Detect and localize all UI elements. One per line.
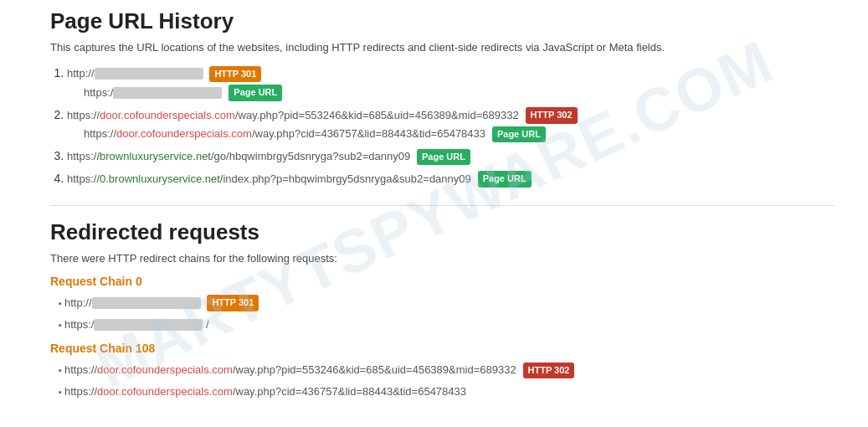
request-chain-0-list: http:// HTTP 301 https:/ /: [50, 293, 835, 334]
chain-108-prefix-1: https://: [64, 363, 97, 376]
chain-108-entry-1: https://door.cofounderspecials.com/way.p…: [59, 360, 835, 379]
url-sub-blurred-1: [113, 87, 222, 99]
chain-0-suffix-2: /: [203, 318, 208, 331]
url-domain-4[interactable]: 0.brownluxuryservice.net: [100, 172, 220, 185]
redirected-requests-desc: There were HTTP redirect chains for the …: [50, 252, 835, 265]
chain-108-badge-1: HTTP 302: [523, 363, 575, 379]
request-chain-108-title: Request Chain 108: [50, 342, 835, 355]
chain-0-blurred-1: [92, 297, 201, 309]
url-domain-3[interactable]: brownluxuryservice.net: [100, 150, 211, 162]
chain-108-path-2: /way.php?cid=436757&lid=88443&tid=654784…: [233, 385, 466, 398]
request-chain-0-title: Request Chain 0: [50, 275, 835, 288]
url-prefix-4: https://: [67, 172, 100, 185]
url-prefix-2: https://: [67, 109, 100, 121]
section-divider: [50, 205, 835, 206]
url-sub-1: https:/ Page URL: [67, 83, 835, 102]
url-sub-entry-2: https://door.cofounderspecials.com/way.p…: [84, 124, 835, 143]
url-sub-path-2: /way.php?cid=436757&lid=88443&tid=654784…: [252, 127, 485, 140]
chain-0-badge-1: HTTP 301: [207, 295, 259, 311]
url-sub-domain-2[interactable]: door.cofounderspecials.com: [116, 127, 252, 140]
url-path-3: /go/hbqwimbrgy5dsnryga?sub2=danny09: [211, 150, 410, 162]
chain-0-blurred-2: [94, 319, 203, 331]
badge-301-1: HTTP 301: [209, 66, 261, 83]
chain-0-prefix-1: http://: [64, 296, 92, 309]
url-sub-prefix-2: https://: [84, 127, 116, 140]
badge-pageurl-2: Page URL: [492, 126, 546, 143]
chain-108-domain-2[interactable]: door.cofounderspecials.com: [97, 385, 233, 398]
chain-108-entry-2: https://door.cofounderspecials.com/way.p…: [59, 382, 835, 401]
url-entry-2: https://door.cofounderspecials.com/way.p…: [67, 105, 835, 144]
page-url-history-section: Page URL History This captures the URL l…: [50, 8, 835, 188]
url-entry-1: http:// HTTP 301 https:/ Page URL: [67, 64, 835, 102]
url-path-2: /way.php?pid=553246&kid=685&uid=456389&m…: [235, 109, 519, 121]
url-entry-4: https://0.brownluxuryservice.net/index.p…: [67, 169, 835, 188]
url-sub-entry-1: https:/ Page URL: [84, 83, 835, 102]
chain-108-domain-1[interactable]: door.cofounderspecials.com: [97, 363, 233, 376]
url-entry-3: https://brownluxuryservice.net/go/hbqwim…: [67, 147, 835, 166]
badge-pageurl-3: Page URL: [417, 149, 470, 166]
request-chain-108-list: https://door.cofounderspecials.com/way.p…: [50, 360, 835, 401]
url-blurred-1: [95, 68, 203, 80]
url-sub-2: https://door.cofounderspecials.com/way.p…: [67, 124, 835, 143]
url-history-list: http:// HTTP 301 https:/ Page URL https:…: [50, 64, 835, 188]
url-path-4: /index.php?p=hbqwimbrgy5dsnryga&sub2=dan…: [220, 172, 471, 185]
page-url-history-title: Page URL History: [50, 8, 835, 34]
url-domain-2[interactable]: door.cofounderspecials.com: [100, 109, 235, 121]
url-prefix-1: http://: [67, 67, 95, 80]
page-url-history-desc: This captures the URL locations of the w…: [50, 41, 835, 54]
chain-108-prefix-2: https://: [64, 385, 97, 398]
chain-0-entry-1: http:// HTTP 301: [59, 293, 835, 312]
badge-pageurl-1: Page URL: [229, 85, 282, 101]
redirected-requests-section: Redirected requests There were HTTP redi…: [50, 219, 835, 401]
url-sub-prefix-1: https:/: [84, 86, 113, 99]
chain-0-entry-2: https:/ /: [59, 315, 835, 334]
url-prefix-3: https://: [67, 150, 100, 162]
badge-302-2: HTTP 302: [526, 107, 578, 124]
chain-108-path-1: /way.php?pid=553246&kid=685&uid=456389&m…: [233, 363, 516, 376]
redirected-requests-title: Redirected requests: [50, 219, 835, 245]
badge-pageurl-4: Page URL: [478, 171, 532, 188]
chain-0-prefix-2: https:/: [64, 318, 94, 331]
